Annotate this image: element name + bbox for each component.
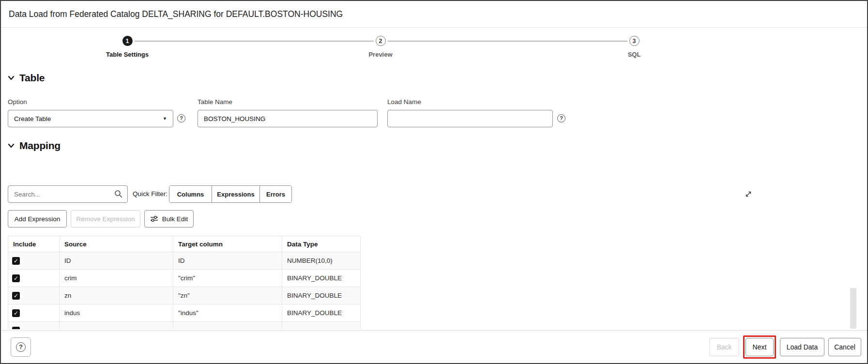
include-checkbox[interactable]: ✓: [12, 327, 20, 329]
mapping-section-header[interactable]: Mapping: [8, 140, 61, 152]
option-select-value: Create Table: [14, 115, 51, 122]
load-name-help-icon[interactable]: ?: [557, 114, 565, 122]
table-row: ✓ indus "indus" BINARY_DOUBLE: [8, 304, 361, 322]
back-button[interactable]: Back: [709, 338, 739, 356]
target-cell: ID: [173, 252, 282, 270]
add-expression-button[interactable]: Add Expression: [8, 210, 67, 228]
chevron-down-icon: [8, 75, 15, 81]
stepper-connector: [388, 41, 627, 42]
search-icon: [114, 190, 123, 198]
source-cell: zn: [60, 287, 173, 304]
table-section-header[interactable]: Table: [8, 72, 45, 84]
table-name-input[interactable]: [198, 110, 378, 127]
help-icon: ?: [16, 342, 26, 352]
vertical-scrollbar-thumb[interactable]: [850, 288, 856, 329]
option-select[interactable]: Create Table ▼: [8, 110, 173, 127]
include-checkbox[interactable]: ✓: [12, 257, 20, 265]
column-header-target: Target column: [173, 236, 282, 252]
target-cell: "indus": [173, 304, 282, 322]
next-button[interactable]: Next: [746, 338, 774, 356]
step-label: Table Settings: [89, 51, 166, 58]
expand-icon: [745, 190, 752, 198]
target-cell: "zn": [173, 287, 282, 304]
target-cell: "crim": [173, 270, 282, 287]
load-data-button[interactable]: Load Data: [780, 338, 824, 356]
datatype-cell: BINARY_DOUBLE: [282, 270, 361, 287]
load-name-label: Load Name: [387, 98, 421, 106]
chevron-down-icon: [8, 143, 15, 149]
datatype-cell: BINARY_DOUBLE: [282, 287, 361, 304]
sliders-icon: [150, 215, 158, 222]
quick-filter-columns-button[interactable]: Columns: [169, 186, 212, 202]
source-cell: ID: [60, 252, 173, 270]
column-header-include: Include: [8, 236, 60, 252]
source-cell: crim: [60, 270, 173, 287]
table-row: ✓ zn "zn" BINARY_DOUBLE: [8, 287, 361, 304]
datatype-cell: NUMBER(10,0): [282, 252, 361, 270]
load-name-input[interactable]: [387, 110, 553, 127]
maximize-mapping-button[interactable]: [744, 189, 753, 199]
stepper-step-preview[interactable]: 2 Preview: [342, 28, 419, 58]
stepper-step-table-settings[interactable]: 1 Table Settings: [89, 28, 166, 58]
step-number-badge: 3: [629, 36, 640, 46]
target-cell: [173, 322, 282, 330]
table-row-partial: ✓: [8, 322, 361, 330]
source-cell: indus: [60, 304, 173, 322]
quick-filter-group: Columns Expressions Errors: [169, 185, 292, 203]
bulk-edit-button[interactable]: Bulk Edit: [144, 210, 194, 228]
table-name-label: Table Name: [198, 98, 232, 106]
step-number-badge: 1: [122, 36, 133, 46]
datatype-cell: BINARY_DOUBLE: [282, 304, 361, 322]
datatype-cell: [282, 322, 361, 330]
dialog-title-bar: Data Load from Federated Catalog DELTA_S…: [1, 1, 867, 28]
grid-header-row: Include Source Target column Data Type: [8, 236, 361, 252]
column-header-datatype: Data Type: [282, 236, 361, 252]
column-header-source: Source: [60, 236, 173, 252]
include-checkbox[interactable]: ✓: [12, 309, 20, 317]
quick-filter-label: Quick Filter:: [133, 185, 168, 203]
page-title: Data Load from Federated Catalog DELTA_S…: [9, 9, 343, 19]
include-checkbox[interactable]: ✓: [12, 292, 20, 300]
include-checkbox[interactable]: ✓: [12, 274, 20, 282]
section-title: Table: [19, 72, 45, 84]
quick-filter-errors-button[interactable]: Errors: [259, 186, 291, 202]
step-label: Preview: [342, 51, 419, 58]
option-help-icon[interactable]: ?: [177, 114, 185, 122]
option-label: Option: [8, 98, 27, 106]
step-label: SQL: [595, 51, 673, 58]
search-input[interactable]: [8, 185, 128, 203]
mapping-grid: Include Source Target column Data Type ✓…: [8, 236, 367, 329]
next-button-highlight: Next: [743, 335, 776, 359]
step-number-badge: 2: [376, 36, 386, 46]
help-button[interactable]: ?: [11, 337, 31, 357]
section-title: Mapping: [19, 140, 61, 152]
chevron-down-icon: ▼: [163, 116, 167, 121]
stepper-step-sql[interactable]: 3 SQL: [595, 28, 673, 58]
search-box: [8, 185, 128, 203]
table-row: ✓ ID ID NUMBER(10,0): [8, 252, 361, 270]
table-row: ✓ crim "crim" BINARY_DOUBLE: [8, 270, 361, 287]
stepper-connector: [135, 41, 374, 42]
dialog-footer: ? Back Next Load Data Cancel: [1, 330, 867, 363]
quick-filter-expressions-button[interactable]: Expressions: [212, 186, 259, 202]
cancel-button[interactable]: Cancel: [828, 338, 861, 356]
source-cell: [60, 322, 173, 330]
dialog-content: 1 Table Settings 2 Preview 3 SQL Table O…: [1, 28, 867, 330]
remove-expression-button[interactable]: Remove Expression: [71, 210, 140, 228]
data-load-dialog: Data Load from Federated Catalog DELTA_S…: [0, 0, 868, 364]
